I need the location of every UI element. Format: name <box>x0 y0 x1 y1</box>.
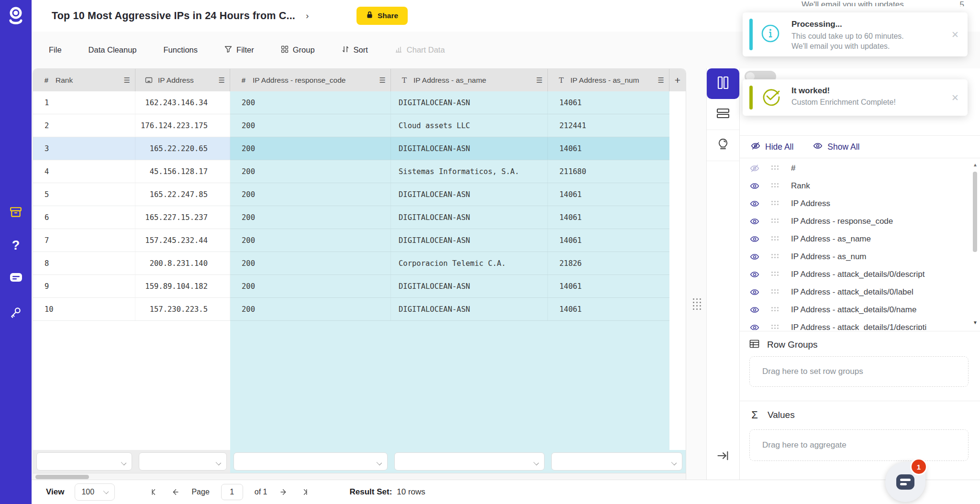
eye-toggle-icon[interactable] <box>749 199 761 208</box>
cell-as-num[interactable]: 14061 <box>548 137 669 160</box>
filter-select-rank[interactable] <box>36 452 132 471</box>
share-button[interactable]: Share <box>356 7 408 25</box>
cell-as-num[interactable]: 14061 <box>548 183 669 206</box>
hide-all-button[interactable]: Hide All <box>750 141 793 153</box>
row-groups-dropzone[interactable]: Drag here to set row groups <box>749 356 969 387</box>
menu-chart-data[interactable]: Chart Data <box>395 45 445 55</box>
cell-as-name[interactable]: Sistemas Informaticos, S.A. <box>391 160 548 183</box>
table-row[interactable]: 4 45.156.128.17 200 Sistemas Informatico… <box>33 160 669 183</box>
panel-list-scrollbar[interactable]: ▲ ▼ <box>972 162 978 327</box>
cell-response-code[interactable]: 200 <box>230 160 391 183</box>
table-row[interactable]: 5 165.22.247.85 200 DIGITALOCEAN-ASN 140… <box>33 183 669 206</box>
filter-select-ip[interactable] <box>139 452 227 471</box>
column-list-item[interactable]: IP Address - attack_details/1/descripti <box>740 318 972 330</box>
cell-ip[interactable]: 165.22.247.85 <box>135 183 230 206</box>
menu-file[interactable]: File <box>49 45 62 55</box>
cell-as-name[interactable]: DIGITALOCEAN-ASN <box>391 183 548 206</box>
column-header-ip-address[interactable]: IP Address ☰ <box>135 69 230 91</box>
table-row[interactable]: 7 157.245.232.44 200 DIGITALOCEAN-ASN 14… <box>33 229 669 252</box>
first-page-button[interactable] <box>149 488 159 496</box>
drag-handle-icon[interactable] <box>771 183 780 188</box>
menu-functions[interactable]: Functions <box>164 45 198 55</box>
cell-response-code[interactable]: 200 <box>230 114 391 137</box>
feedback-chat-icon[interactable] <box>0 273 32 283</box>
column-header-as-num[interactable]: T IP Address - as_num ☰ <box>548 69 669 91</box>
column-list-item[interactable]: IP Address - attack_details/0/name <box>740 301 972 318</box>
page-size-select[interactable]: 100 <box>75 483 115 501</box>
cell-as-name[interactable]: DIGITALOCEAN-ASN <box>391 275 548 297</box>
collapse-panel-button[interactable] <box>707 449 739 462</box>
drag-handle-icon[interactable] <box>771 307 780 312</box>
cell-as-num[interactable]: 14061 <box>548 229 669 252</box>
cell-as-num[interactable]: 14061 <box>548 206 669 229</box>
cell-response-code[interactable]: 200 <box>230 298 391 320</box>
cell-response-code[interactable]: 200 <box>230 183 391 206</box>
cell-as-num[interactable]: 14061 <box>548 275 669 297</box>
cell-as-name[interactable]: DIGITALOCEAN-ASN <box>391 91 548 114</box>
cell-ip[interactable]: 165.227.15.237 <box>135 206 230 229</box>
cell-response-code[interactable]: 200 <box>230 206 391 229</box>
close-icon[interactable]: ✕ <box>951 92 959 103</box>
menu-data-cleanup[interactable]: Data Cleanup <box>89 45 137 55</box>
scroll-down-icon[interactable]: ▼ <box>973 320 978 325</box>
tab-rows[interactable] <box>707 99 739 130</box>
eye-toggle-icon[interactable] <box>749 181 761 191</box>
cell-rank[interactable]: 10 <box>33 298 135 320</box>
tab-insights[interactable] <box>707 130 739 161</box>
table-row[interactable]: 6 165.227.15.237 200 DIGITALOCEAN-ASN 14… <box>33 206 669 229</box>
table-row[interactable]: 9 159.89.104.182 200 DIGITALOCEAN-ASN 14… <box>33 275 669 298</box>
column-menu-icon[interactable]: ☰ <box>379 77 386 84</box>
column-list-item[interactable]: IP Address - attack_details/0/descript <box>740 265 972 283</box>
table-row[interactable]: 8 200.8.231.140 200 Corporacion Telemic … <box>33 252 669 275</box>
show-all-button[interactable]: Show All <box>813 141 859 153</box>
chat-launcher-button[interactable]: 1 <box>885 462 925 502</box>
scroll-up-icon[interactable]: ▲ <box>973 162 978 167</box>
cell-as-num[interactable]: 21826 <box>548 252 669 274</box>
table-row[interactable]: 1 162.243.146.34 200 DIGITALOCEAN-ASN 14… <box>33 91 669 114</box>
cell-as-num[interactable]: 211680 <box>548 160 669 183</box>
drag-handle-icon[interactable] <box>771 254 780 259</box>
cell-ip[interactable]: 165.22.220.65 <box>135 137 230 160</box>
last-page-button[interactable] <box>300 488 310 496</box>
next-page-button[interactable] <box>279 488 289 496</box>
cell-ip[interactable]: 162.243.146.34 <box>135 91 230 114</box>
column-list-item[interactable]: IP Address - response_code <box>740 212 972 230</box>
column-list-item[interactable]: IP Address - as_name <box>740 230 972 248</box>
eye-toggle-icon[interactable] <box>749 252 761 262</box>
cell-rank[interactable]: 9 <box>33 275 135 297</box>
drag-handle-icon[interactable] <box>771 289 780 295</box>
cell-ip[interactable]: 176.124.223.175 <box>135 114 230 137</box>
cell-response-code[interactable]: 200 <box>230 229 391 252</box>
eye-toggle-icon[interactable] <box>749 287 761 297</box>
menu-filter[interactable]: Filter <box>224 45 254 55</box>
cell-rank[interactable]: 2 <box>33 114 135 137</box>
drag-handle-icon[interactable] <box>771 272 780 277</box>
menu-group[interactable]: Group <box>281 45 315 55</box>
page-number-input[interactable] <box>221 484 243 500</box>
cell-rank[interactable]: 5 <box>33 183 135 206</box>
cell-rank[interactable]: 3 <box>33 137 135 160</box>
drag-handle-icon[interactable] <box>771 165 780 171</box>
table-row[interactable]: 10 157.230.223.5 200 DIGITALOCEAN-ASN 14… <box>33 298 669 321</box>
column-menu-icon[interactable]: ☰ <box>536 77 543 84</box>
cell-as-name[interactable]: DIGITALOCEAN-ASN <box>391 137 548 160</box>
cell-rank[interactable]: 7 <box>33 229 135 252</box>
column-list-item[interactable]: IP Address - as_num <box>740 248 972 265</box>
cell-as-num[interactable]: 14061 <box>548 298 669 320</box>
eye-toggle-icon[interactable] <box>749 270 761 279</box>
filter-select-response-code[interactable] <box>234 452 388 471</box>
column-header-as-name[interactable]: T IP Address - as_name ☰ <box>391 69 548 91</box>
filter-select-as-num[interactable] <box>551 452 682 471</box>
cell-as-name[interactable]: DIGITALOCEAN-ASN <box>391 298 548 320</box>
column-list-item[interactable]: IP Address <box>740 195 972 212</box>
eye-toggle-icon[interactable] <box>749 305 761 315</box>
eye-toggle-icon[interactable] <box>749 164 761 173</box>
column-header-rank[interactable]: # Rank ☰ <box>33 69 135 91</box>
cell-rank[interactable]: 4 <box>33 160 135 183</box>
cell-as-name[interactable]: DIGITALOCEAN-ASN <box>391 206 548 229</box>
cell-ip[interactable]: 45.156.128.17 <box>135 160 230 183</box>
column-menu-icon[interactable]: ☰ <box>219 77 225 84</box>
values-dropzone[interactable]: Drag here to aggregate <box>749 429 969 461</box>
cell-as-name[interactable]: DIGITALOCEAN-ASN <box>391 229 548 252</box>
cell-response-code[interactable]: 200 <box>230 252 391 274</box>
